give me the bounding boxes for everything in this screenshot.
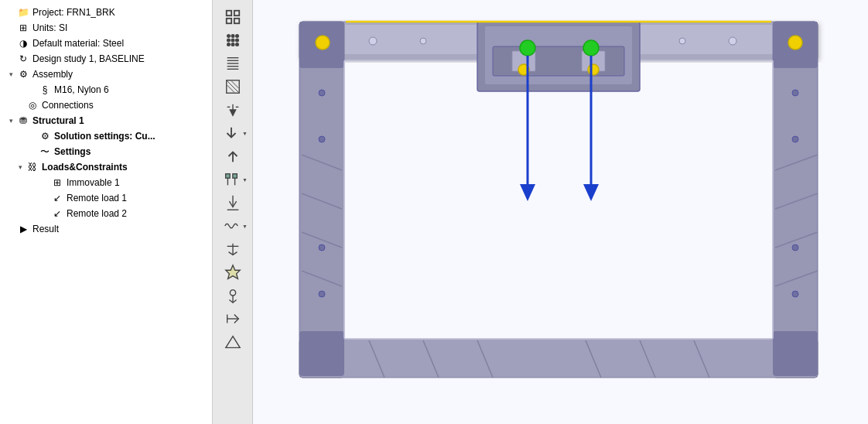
tree-item-remoteload2[interactable]: ↙ Remote load 2 bbox=[0, 206, 212, 221]
tree-icon-bolt: § bbox=[39, 84, 51, 96]
toolbar-btn-mesh11[interactable] bbox=[219, 238, 247, 260]
svg-point-5 bbox=[231, 35, 234, 38]
svg-marker-41 bbox=[225, 337, 239, 348]
toolbar-btn-mesh9[interactable] bbox=[219, 192, 247, 214]
tree-item-result[interactable]: ▶ Result bbox=[0, 221, 212, 237]
svg-point-12 bbox=[235, 43, 238, 46]
svg-point-4 bbox=[227, 35, 230, 38]
svg-point-61 bbox=[319, 90, 325, 96]
toolbar-btn-mesh4[interactable] bbox=[219, 76, 247, 97]
toolbar-btn-mesh1[interactable] bbox=[219, 6, 247, 28]
svg-point-37 bbox=[230, 290, 235, 296]
toolbar-btn-mesh15[interactable] bbox=[219, 331, 247, 353]
tree-label-m16: M16, Nylon 6 bbox=[54, 84, 109, 95]
tree-label-units: Units: SI bbox=[32, 22, 67, 33]
svg-point-66 bbox=[792, 136, 798, 142]
tree-icon-result: ▶ bbox=[17, 223, 29, 235]
tree-item-loads[interactable]: ▾ ⛓ Loads&Constraints bbox=[0, 159, 212, 175]
spacer bbox=[6, 54, 15, 63]
tree-item-design[interactable]: ↻ Design study 1, BASELINE bbox=[0, 51, 212, 67]
tree-item-immovable[interactable]: ⊞ Immovable 1 bbox=[0, 175, 212, 190]
svg-point-57 bbox=[369, 37, 377, 45]
tree-icon-assembly: ⚙ bbox=[17, 68, 29, 80]
svg-rect-45 bbox=[773, 22, 818, 378]
svg-point-63 bbox=[319, 244, 325, 251]
spacer bbox=[28, 132, 37, 141]
toolbar-btn-mesh6[interactable] bbox=[217, 122, 245, 144]
tree-item-project[interactable]: 📁 Project: FRN1_BRK bbox=[0, 5, 212, 20]
tree-item-solution[interactable]: ⚙ Solution settings: Cu... bbox=[0, 128, 212, 144]
svg-point-64 bbox=[319, 291, 325, 297]
tree-item-connections[interactable]: ◎ Connections bbox=[0, 97, 212, 113]
tree-icon-loads: ⛓ bbox=[26, 161, 39, 173]
chevron-icon: ▾ bbox=[15, 162, 25, 172]
svg-marker-36 bbox=[225, 265, 239, 279]
tree-icon-connections: ◎ bbox=[26, 99, 39, 111]
tree-icon-immovable: ⊞ bbox=[51, 176, 63, 189]
toolbar-btn-mesh14[interactable] bbox=[219, 308, 247, 330]
svg-rect-2 bbox=[226, 19, 231, 23]
svg-marker-90 bbox=[520, 184, 535, 201]
svg-point-85 bbox=[316, 36, 330, 50]
svg-rect-3 bbox=[234, 19, 238, 23]
tree-panel: 📁 Project: FRN1_BRK ⊞ Units: SI ◑ Defaul… bbox=[0, 0, 213, 424]
tree-icon-settings-gear: ⚙ bbox=[39, 130, 51, 142]
tree-item-assembly[interactable]: ▾ ⚙ Assembly bbox=[0, 67, 212, 82]
svg-rect-0 bbox=[226, 11, 231, 15]
svg-point-65 bbox=[792, 90, 798, 96]
toolbar-btn-mesh7[interactable] bbox=[219, 145, 247, 167]
tree-icon-remoteload: ↙ bbox=[51, 192, 63, 204]
svg-point-88 bbox=[588, 64, 599, 75]
svg-point-11 bbox=[231, 43, 234, 46]
svg-point-59 bbox=[679, 38, 685, 44]
tree-label-material: Default material: Steel bbox=[32, 38, 124, 49]
tree-icon-design: ↻ bbox=[17, 53, 29, 65]
spacer bbox=[40, 209, 50, 218]
svg-point-10 bbox=[227, 43, 230, 46]
viewport[interactable] bbox=[253, 0, 868, 424]
svg-rect-29 bbox=[233, 174, 238, 179]
spacer bbox=[28, 85, 37, 94]
tree-item-m16[interactable]: § M16, Nylon 6 bbox=[0, 82, 212, 97]
svg-rect-49 bbox=[299, 331, 344, 376]
spacer bbox=[6, 8, 15, 17]
spacer bbox=[6, 23, 15, 32]
tree-label-connections: Connections bbox=[42, 100, 94, 111]
svg-rect-50 bbox=[773, 331, 818, 376]
tree-label-assembly: Assembly bbox=[32, 69, 73, 80]
toolbar-btn-mesh12[interactable] bbox=[219, 262, 247, 283]
tree-label-remoteload2: Remote load 2 bbox=[67, 208, 127, 219]
tree-label-remoteload1: Remote load 1 bbox=[67, 193, 127, 203]
toolbar: ▼▼▼ bbox=[213, 0, 253, 424]
tree-item-settings[interactable]: 〜 Settings bbox=[0, 144, 212, 159]
tree-label-result: Result bbox=[32, 224, 59, 234]
svg-point-58 bbox=[420, 38, 426, 44]
tree-item-structural1[interactable]: ▾ ⛃ Structural 1 bbox=[0, 113, 212, 128]
tree-item-remoteload1[interactable]: ↙ Remote load 1 bbox=[0, 190, 212, 206]
3d-frame bbox=[253, 0, 868, 424]
svg-point-68 bbox=[792, 291, 798, 297]
toolbar-btn-mesh5[interactable] bbox=[219, 99, 247, 121]
svg-rect-44 bbox=[299, 22, 344, 378]
svg-point-60 bbox=[729, 37, 736, 45]
spacer bbox=[15, 101, 25, 110]
toolbar-btn-mesh2[interactable] bbox=[219, 29, 247, 51]
svg-rect-51 bbox=[344, 60, 773, 339]
svg-point-83 bbox=[520, 40, 535, 56]
tree-label-loads: Loads&Constraints bbox=[42, 162, 128, 173]
spacer bbox=[6, 224, 15, 234]
toolbar-btn-mesh13[interactable] bbox=[219, 285, 247, 306]
svg-point-62 bbox=[319, 136, 325, 142]
toolbar-btn-mesh10[interactable] bbox=[217, 215, 245, 237]
svg-line-19 bbox=[227, 85, 234, 92]
svg-marker-23 bbox=[230, 110, 235, 115]
svg-marker-92 bbox=[583, 184, 599, 201]
svg-point-8 bbox=[231, 39, 234, 42]
tree-icon-material: ◑ bbox=[17, 37, 29, 50]
tree-item-units[interactable]: ⊞ Units: SI bbox=[0, 20, 212, 36]
spacer bbox=[40, 193, 50, 203]
svg-point-9 bbox=[235, 39, 238, 42]
toolbar-btn-mesh3[interactable] bbox=[219, 53, 247, 74]
tree-item-material[interactable]: ◑ Default material: Steel bbox=[0, 36, 212, 51]
toolbar-btn-mesh8[interactable] bbox=[217, 169, 245, 190]
